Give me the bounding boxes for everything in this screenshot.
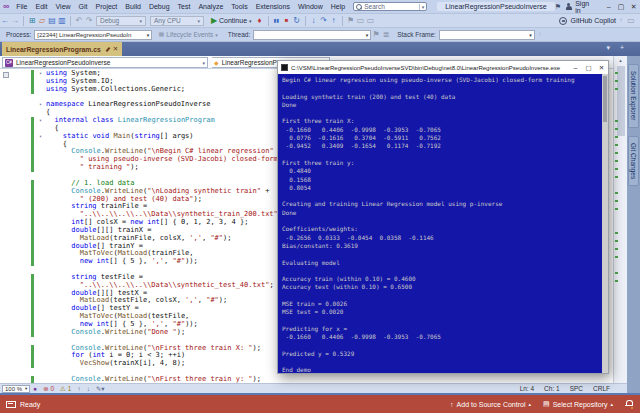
toolbar-overflow-icon[interactable]: ⁞ xyxy=(535,28,545,41)
warning-count-icon[interactable]: ⚠ 1 xyxy=(60,385,71,393)
menu-debug[interactable]: Debug xyxy=(145,0,174,13)
console-line xyxy=(282,109,600,117)
redo-icon[interactable]: ↷ xyxy=(84,14,94,27)
scrollbar-thumb[interactable] xyxy=(617,66,625,136)
solution-platforms-dropdown[interactable]: Any CPU▾ xyxy=(150,16,204,26)
line-ending-indicator[interactable]: CRLF xyxy=(593,385,610,392)
console-line: -0.1660 0.4406 -0.9998 -0.3953 -0.7065 xyxy=(282,333,600,341)
scrollbar-change-mark xyxy=(615,136,618,138)
outline-collapse-icon[interactable]: ▾ xyxy=(37,70,44,78)
menu-file[interactable]: File xyxy=(12,0,31,13)
console-line xyxy=(282,151,600,159)
feedback-icon[interactable]: ⚑ xyxy=(555,3,561,11)
status-bar: Ready ↑ Add to Source Control ▴ ▤ Select… xyxy=(0,395,640,413)
tabstrip-corner-icons[interactable]: ▾ + xyxy=(606,44,628,52)
process-dropdown[interactable]: [22344] LinearRegressionPseudoIn▾ xyxy=(34,30,152,40)
menu-help[interactable]: Help xyxy=(327,0,349,13)
step-out-icon[interactable]: ↑ xyxy=(329,14,339,27)
github-copilot-button[interactable]: GitHub Copilot ↑ ▭ xyxy=(559,14,640,27)
change-tracking-bar xyxy=(31,78,34,86)
outline-collapse-icon[interactable]: ▾ xyxy=(37,101,44,109)
editor-zoom-dropdown[interactable]: 100 %▾ xyxy=(2,385,30,393)
step-over-icon[interactable]: ↷ xyxy=(319,14,329,27)
stop-debugging-icon[interactable]: ■ xyxy=(282,14,292,27)
scroll-up-icon[interactable]: ▴ xyxy=(614,56,627,64)
solution-configurations-dropdown[interactable]: Debug▾ xyxy=(96,16,146,26)
thread-list-icon[interactable]: ≣ xyxy=(381,28,391,41)
project-dropdown[interactable]: C# LinearRegressionPseudoInverse ▾ xyxy=(2,57,208,68)
flag-thread-icon[interactable]: ⚑ xyxy=(371,28,381,41)
maximize-button[interactable]: ▢ xyxy=(615,0,628,13)
console-scrollbar[interactable] xyxy=(602,74,608,373)
window-tool2-icon[interactable]: ▭ xyxy=(366,14,376,27)
menu-window[interactable]: Window xyxy=(294,0,327,13)
side-tab-solution-explorer[interactable]: Solution Explorer xyxy=(628,64,639,128)
search-dropdown-icon[interactable]: ▾ xyxy=(419,4,425,10)
copilot-share-icon[interactable]: ↑ xyxy=(616,14,626,27)
close-button[interactable]: ✕ xyxy=(627,0,640,13)
menu-extensions[interactable]: Extensions xyxy=(252,0,294,13)
console-output[interactable]: Begin C# linear regression using pseudo-… xyxy=(278,74,608,373)
window-tool-icon[interactable]: ▭ xyxy=(356,14,366,27)
line-indicator[interactable]: Ln: 4 xyxy=(520,385,534,392)
live-share-icon[interactable]: ● xyxy=(33,385,37,392)
console-minimize-icon[interactable]: – xyxy=(569,61,582,74)
open-file-icon[interactable]: ▱ xyxy=(37,14,47,27)
menu-test[interactable]: Test xyxy=(174,0,195,13)
console-maximize-icon[interactable]: ▢ xyxy=(582,61,595,74)
console-close-icon[interactable]: ✕ xyxy=(595,61,608,74)
outline-collapse-icon[interactable]: ▾ xyxy=(37,133,44,141)
change-tracking-bar xyxy=(31,243,34,251)
menu-project[interactable]: Project xyxy=(92,0,122,13)
add-to-source-control-button[interactable]: ↑ Add to Source Control ▴ xyxy=(450,401,531,408)
navigate-back-icon[interactable]: ← xyxy=(0,14,10,27)
thread-dropdown[interactable]: ▾ xyxy=(253,30,371,40)
pin-icon[interactable] xyxy=(105,46,110,51)
auto-hide-tab-strip: Solution ExplorerGit Changes xyxy=(627,56,640,393)
editor-vertical-scrollbar[interactable]: ▴ xyxy=(613,56,627,383)
new-project-icon[interactable]: ⊞ xyxy=(27,14,37,27)
navigate-forward-icon[interactable]: → xyxy=(10,14,20,27)
error-count-icon[interactable]: ⊗ 0 xyxy=(43,385,54,393)
step-into-icon[interactable]: ↓ xyxy=(309,14,319,27)
search-box[interactable]: Search ▾ xyxy=(353,2,427,11)
tab-linearregressionprogram[interactable]: LinearRegressionProgram.cs ✕ xyxy=(2,42,122,56)
console-line: Loading synthetic train (200) and test (… xyxy=(282,93,600,101)
console-line: Coefficients/weights: xyxy=(282,225,600,233)
save-icon[interactable]: ▤ xyxy=(47,14,57,27)
spaces-indicator[interactable]: SPC xyxy=(570,385,583,392)
break-all-icon[interactable]: ▮▮ xyxy=(272,14,282,27)
bookmark-icon[interactable]: ⚑ xyxy=(346,14,356,27)
stack-frame-dropdown[interactable]: ▾ xyxy=(439,30,535,40)
menu-analyze[interactable]: Analyze xyxy=(194,0,227,13)
console-line xyxy=(282,267,600,275)
lifecycle-events-button[interactable]: ▦ Lifecycle Events ▾ xyxy=(156,28,217,41)
sign-in-button[interactable]: Sign in xyxy=(575,0,594,14)
menu-view[interactable]: View xyxy=(52,0,75,13)
next-issue-icon[interactable]: ↓ xyxy=(87,385,90,392)
continue-button[interactable]: ▶ Continue ▾ xyxy=(206,14,255,27)
outline-collapse-icon[interactable]: ▾ xyxy=(37,117,44,125)
menu-build[interactable]: Build xyxy=(121,0,145,13)
copilot-chat-icon[interactable]: ▭ xyxy=(626,14,636,27)
code-cleanup-icon[interactable]: ✎▾ xyxy=(96,385,105,393)
tab-close-icon[interactable]: ✕ xyxy=(113,45,118,53)
prev-issue-icon[interactable]: ↑ xyxy=(77,385,80,392)
hot-reload-icon[interactable]: ♦ xyxy=(255,14,265,27)
column-indicator[interactable]: Ch: 1 xyxy=(544,385,560,392)
restart-icon[interactable]: ↻ xyxy=(292,14,302,27)
console-scrollbar-thumb[interactable] xyxy=(603,76,607,122)
menu-git[interactable]: Git xyxy=(75,0,92,13)
undo-icon[interactable]: ↶ xyxy=(74,14,84,27)
save-all-icon[interactable]: ▥ xyxy=(57,14,67,27)
menu-edit[interactable]: Edit xyxy=(31,0,51,13)
select-repository-button[interactable]: ▤ Select Repository ▴ xyxy=(543,400,613,408)
console-title-bar[interactable]: C:\VSM\LinearRegressionPseudoInverseSVD\… xyxy=(278,61,608,74)
menu-tools[interactable]: Tools xyxy=(227,0,251,13)
side-tab-git-changes[interactable]: Git Changes xyxy=(628,136,639,186)
console-line: -0.2656 0.0333 -0.0454 0.0358 -0.1146 xyxy=(282,234,600,242)
change-tracking-bar xyxy=(31,329,34,337)
minimize-button[interactable]: – xyxy=(602,0,615,13)
notifications-bell-icon[interactable] xyxy=(625,400,632,408)
console-window[interactable]: C:\VSM\LinearRegressionPseudoInverseSVD\… xyxy=(277,60,609,374)
